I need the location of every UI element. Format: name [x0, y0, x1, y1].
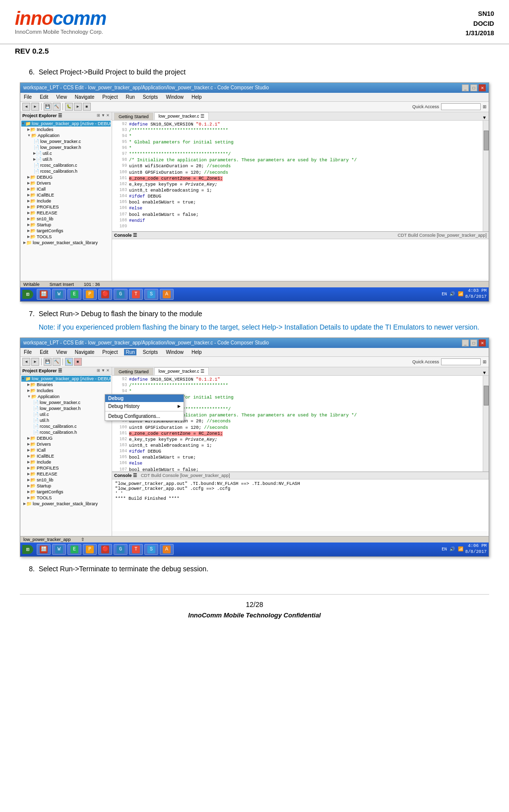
close-button-2[interactable]: ✕: [479, 339, 486, 346]
taskbar-item-6[interactable]: G: [114, 289, 127, 300]
tree2-rcosc-h[interactable]: 📄 rcosc_calibration.h: [21, 429, 111, 435]
menu-help[interactable]: Help: [190, 94, 203, 100]
tree2-icall[interactable]: ▶ 📂 ICall: [21, 447, 111, 453]
taskbar2-item-2[interactable]: W: [52, 544, 66, 555]
tree2-stack-lib[interactable]: ▶ 📁 low_power_tracker_stack_library: [21, 501, 111, 507]
quick-access-input[interactable]: [441, 103, 481, 110]
minimize-button[interactable]: _: [462, 84, 469, 91]
tree2-drivers[interactable]: ▶ 📂 Drivers: [21, 441, 111, 447]
taskbar-item-3[interactable]: E: [67, 289, 81, 300]
menu2-run[interactable]: Run: [124, 349, 136, 355]
tab2-getting-started[interactable]: Getting Started: [114, 368, 153, 375]
toolbar-build[interactable]: 🔨: [53, 103, 61, 111]
start-button-1[interactable]: ⊞: [22, 290, 33, 299]
menu2-edit[interactable]: Edit: [38, 349, 50, 355]
toolbar-run[interactable]: ▶: [74, 103, 82, 111]
menu-project[interactable]: Project: [101, 94, 119, 100]
tree-tools[interactable]: ▶ 📂 TOOLS: [21, 234, 111, 240]
tree2-include[interactable]: ▶ 📂 Include: [21, 459, 111, 465]
tree-rcosc-h[interactable]: 📄 rcosc_calibration.h: [21, 168, 111, 174]
toolbar2-debug-active[interactable]: 🐛 Debug: [65, 358, 73, 366]
taskbar2-item-1[interactable]: 🪟: [37, 544, 51, 555]
tree-icallble[interactable]: ▶ 📂 ICallBLE: [21, 192, 111, 198]
tree2-debug[interactable]: ▶ 📂 DEBUG: [21, 435, 111, 441]
tree-debug[interactable]: ▶ 📂 DEBUG: [21, 174, 111, 180]
toolbar-stop[interactable]: ■: [83, 103, 91, 111]
toolbar-back[interactable]: ◀: [22, 103, 30, 111]
tree2-includes[interactable]: ▶ 📂 Includes: [21, 388, 111, 394]
taskbar-item-5[interactable]: 🔴: [98, 289, 112, 300]
taskbar-item-4[interactable]: P: [83, 289, 97, 300]
menu2-view[interactable]: View: [55, 349, 68, 355]
tree-profiles[interactable]: ▶ 📂 PROFILES: [21, 204, 111, 210]
tree2-binaries[interactable]: ▶ 📂 Binaries: [21, 382, 111, 388]
vscroll-thumb-1[interactable]: [484, 131, 489, 150]
taskbar2-item-3[interactable]: E: [67, 544, 81, 555]
editor-menu-icon[interactable]: ▼: [482, 115, 487, 120]
minimize-button-2[interactable]: _: [462, 339, 469, 346]
tree-rcosc-c[interactable]: 📄 rcosc_calibration.c: [21, 162, 111, 168]
taskbar-item-2[interactable]: W: [52, 289, 66, 300]
maximize-button-2[interactable]: □: [470, 339, 477, 346]
tree2-tools[interactable]: ▶ 📂 TOOLS: [21, 495, 111, 501]
menu2-project[interactable]: Project: [101, 349, 119, 355]
tree2-release[interactable]: ▶ 📂 RELEASE: [21, 471, 111, 477]
collapse-icon-2[interactable]: ⊞: [97, 368, 100, 373]
tree2-util-h[interactable]: 📄 util.h: [21, 417, 111, 423]
collapse-icon[interactable]: ⊞: [97, 113, 100, 118]
tree-release[interactable]: ▶ 📂 RELEASE: [21, 210, 111, 216]
tree-application[interactable]: ▼ 📂 Application: [21, 133, 111, 138]
panel-menu-icon-2[interactable]: ▼: [101, 368, 105, 373]
menu2-help[interactable]: Help: [190, 349, 203, 355]
taskbar2-item-4[interactable]: P: [83, 544, 97, 555]
tree2-sn10[interactable]: ▶ 📂 sn10_lib: [21, 477, 111, 483]
taskbar2-item-5[interactable]: 🔴: [98, 544, 112, 555]
taskbar2-item-6[interactable]: G: [114, 544, 127, 555]
toolbar-fwd[interactable]: ▶: [31, 103, 39, 111]
panel-close-icon-2[interactable]: ✕: [106, 368, 110, 373]
perspective-icon-2[interactable]: ⊞: [483, 359, 487, 364]
taskbar-item-7[interactable]: T: [129, 289, 143, 300]
tree-root-item[interactable]: ▼ 📁 low_power_tracker_app [Active - DEBU…: [21, 121, 111, 127]
tree-sn10lib[interactable]: ▶ 📂 sn10_lib: [21, 216, 111, 222]
panel-close-icon[interactable]: ✕: [106, 113, 110, 118]
menu2-navigate[interactable]: Navigate: [73, 349, 96, 355]
tree-util-h[interactable]: ▶ 📄 util.h: [21, 156, 111, 162]
tree-include[interactable]: ▶ 📂 Include: [21, 198, 111, 204]
toolbar-debug[interactable]: 🐛: [65, 103, 73, 111]
taskbar2-item-7[interactable]: T: [129, 544, 143, 555]
dropdown-debug-configs[interactable]: Debug Configurations...: [105, 412, 184, 420]
tree2-lpt-h[interactable]: 📄 low_power_tracker.h: [21, 406, 111, 411]
tree2-util-c[interactable]: 📄 util.c: [21, 411, 111, 417]
tree-util-c[interactable]: ▶ 📄 util.c: [21, 150, 111, 156]
dropdown-debug-history[interactable]: Debug History ▶: [105, 402, 184, 410]
taskbar-item-1[interactable]: 🪟: [37, 289, 51, 300]
tab2-lpt-c[interactable]: low_power_tracker.c ☰: [154, 367, 209, 375]
menu-view[interactable]: View: [55, 94, 68, 100]
toolbar2-build[interactable]: 🔨: [53, 358, 61, 366]
tree-stack-lib[interactable]: ▶ 📁 low_power_tracker_stack_library: [21, 240, 111, 246]
toolbar2-stop[interactable]: ■: [74, 358, 82, 366]
tab-getting-started[interactable]: Getting Started: [114, 113, 153, 120]
tree-targetconfigs[interactable]: ▶ 📂 targetConfigs: [21, 228, 111, 234]
tree-includes[interactable]: ▶ 📂 Includes: [21, 127, 111, 133]
menu-navigate[interactable]: Navigate: [73, 94, 96, 100]
perspective-icon[interactable]: ⊞: [483, 104, 487, 109]
tree2-icallble[interactable]: ▶ 📂 ICallBLE: [21, 453, 111, 459]
menu-file[interactable]: File: [22, 94, 33, 100]
start-button-2[interactable]: ⊞: [22, 545, 33, 554]
menu-window[interactable]: Window: [164, 94, 185, 100]
editor-vscroll-1[interactable]: [483, 121, 489, 231]
maximize-button[interactable]: □: [470, 84, 477, 91]
toolbar-save[interactable]: 💾: [44, 103, 52, 111]
vscroll-thumb-2[interactable]: [484, 386, 489, 406]
tree2-rcosc-c[interactable]: 📄 rcosc_calibration.c: [21, 423, 111, 429]
tree2-startup[interactable]: ▶ 📂 Startup: [21, 483, 111, 489]
taskbar2-item-8[interactable]: S: [144, 544, 158, 555]
tree-icall[interactable]: ▶ 📂 ICall: [21, 186, 111, 192]
taskbar-item-8[interactable]: S: [144, 289, 158, 300]
toolbar2-fwd[interactable]: ▶: [31, 358, 39, 366]
toolbar2-back[interactable]: ◀: [22, 358, 30, 366]
editor2-menu-icon[interactable]: ▼: [482, 370, 487, 375]
menu2-file[interactable]: File: [22, 349, 33, 355]
